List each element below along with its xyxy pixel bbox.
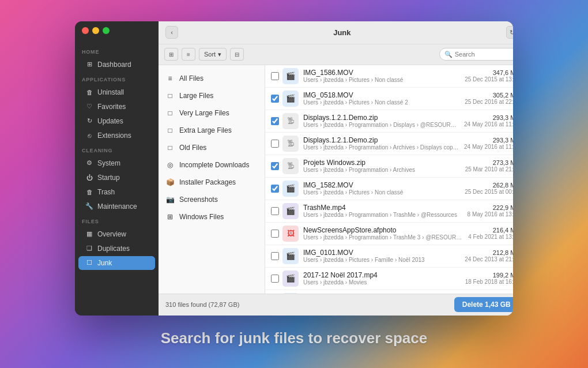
- category-label: Incomplete Downloads: [179, 161, 249, 169]
- sidebar-section-label: APPLICATIONS: [75, 72, 159, 85]
- category-item-incomplete[interactable]: ◎Incomplete Downloads: [159, 156, 265, 174]
- table-row: 🗜Displays.1.2.1.Demo.zipUsers › jbzedda …: [265, 110, 513, 133]
- file-checkbox[interactable]: [271, 275, 279, 283]
- startup-icon: ⏻: [85, 174, 93, 182]
- delete-button[interactable]: Delete 1,43 GB: [454, 297, 513, 312]
- file-checkbox[interactable]: [271, 72, 279, 80]
- file-checkbox[interactable]: [271, 162, 279, 170]
- file-checkbox[interactable]: [271, 140, 279, 148]
- file-path: Users › jbzedda › Pictures › Famille › N…: [303, 257, 460, 263]
- traffic-lights: [82, 27, 110, 34]
- file-meta: 293,3 MB24 May 2016 at 11:19: [464, 114, 513, 127]
- sidebar-item-overview[interactable]: ▦Overview: [78, 227, 155, 241]
- sidebar-item-updates[interactable]: ↻Updates: [78, 114, 155, 128]
- file-size: 305,2 MB: [465, 92, 513, 99]
- sidebar-item-label: Dashboard: [97, 61, 131, 69]
- file-type-icon: 🎬: [282, 91, 299, 107]
- file-path: Users › jbzedda › Pictures › Non classé …: [303, 99, 460, 106]
- sidebar-item-startup[interactable]: ⏻Startup: [78, 171, 155, 185]
- sidebar-item-label: Uninstall: [97, 88, 124, 96]
- category-item-extra-large[interactable]: □Extra Large Files: [159, 122, 265, 139]
- sort-button[interactable]: Sort ▾: [199, 48, 227, 61]
- category-item-large-files[interactable]: □Large Files: [159, 87, 265, 104]
- sidebar-item-label: Favorites: [97, 103, 126, 111]
- sidebar-item-duplicates[interactable]: ❑Duplicates: [78, 242, 155, 256]
- maximize-button[interactable]: [103, 27, 110, 34]
- sidebar-section-label: HOME: [75, 44, 159, 57]
- file-meta: 212,8 MB24 Dec 2013 at 21:06: [465, 249, 513, 262]
- category-item-installer[interactable]: 📦Installer Packages: [159, 174, 265, 191]
- overview-icon: ▦: [85, 230, 93, 238]
- file-date: 25 Dec 2016 at 22:45: [465, 99, 513, 105]
- title-bar: ‹ Junk ↻: [159, 21, 513, 44]
- category-item-screenshots[interactable]: 📷Screenshots: [159, 191, 265, 208]
- grid-view-button[interactable]: ⊞: [164, 48, 178, 61]
- file-date: 24 Dec 2013 at 21:06: [465, 256, 513, 262]
- file-name: Displays.1.2.1.Demo.zip: [303, 114, 459, 122]
- sidebar-item-uninstall[interactable]: 🗑Uninstall: [78, 85, 155, 99]
- sidebar-item-favorites[interactable]: ♡Favorites: [78, 100, 155, 114]
- file-meta: 273,3 MB25 Mar 2010 at 21:53: [465, 159, 513, 172]
- category-label: Very Large Files: [179, 109, 229, 117]
- file-meta: 293,3 MB24 May 2016 at 11:19: [464, 137, 513, 150]
- sidebar-item-label: Duplicates: [97, 245, 130, 253]
- file-checkbox[interactable]: [271, 230, 279, 238]
- file-info: IMG_1582.MOVUsers › jbzedda › Pictures ›…: [303, 181, 460, 196]
- file-checkbox[interactable]: [271, 252, 279, 260]
- file-checkbox[interactable]: [271, 185, 279, 193]
- table-row: 🗜Projets Windows.zipUsers › jbzedda › Pr…: [265, 155, 513, 178]
- file-name: NewScreensAppStore.afphoto: [303, 226, 463, 234]
- file-path: Users › jbzedda › Programmation › TrashM…: [303, 234, 463, 241]
- file-name: IMG_0518.MOV: [303, 91, 460, 99]
- minimize-button[interactable]: [92, 27, 99, 34]
- sidebar-item-trash[interactable]: 🗑Trash: [78, 185, 155, 199]
- sidebar-item-junk[interactable]: ☐Junk: [78, 256, 155, 270]
- file-checkbox[interactable]: [271, 117, 279, 125]
- file-info: IMG_1586.MOVUsers › jbzedda › Pictures ›…: [303, 69, 460, 83]
- search-box: 🔍: [439, 48, 513, 61]
- file-checkbox[interactable]: [271, 95, 279, 103]
- sidebar-section-label: CLEANING: [75, 143, 159, 156]
- category-item-old-files[interactable]: □Old Files: [159, 139, 265, 156]
- file-footer: 310 files found (72,87 GB) Delete 1,43 G…: [159, 294, 513, 316]
- category-label: Large Files: [179, 92, 213, 100]
- list-view-button[interactable]: ≡: [182, 48, 195, 61]
- sidebar-section-label: FILES: [75, 214, 159, 227]
- file-type-icon: 🎬: [282, 68, 299, 84]
- close-button[interactable]: [82, 27, 89, 34]
- file-info: IMG_0518.MOVUsers › jbzedda › Pictures ›…: [303, 91, 460, 106]
- file-date: 25 Dec 2015 at 00:04: [465, 189, 513, 195]
- file-size: 273,3 MB: [465, 159, 513, 166]
- table-row: 🖼NewScreensAppStore.afphotoUsers › jbzed…: [265, 223, 513, 245]
- file-checkbox[interactable]: [271, 207, 279, 215]
- sidebar-item-system[interactable]: ⚙System: [78, 156, 155, 170]
- category-item-all-files[interactable]: ≡All Files: [159, 70, 265, 87]
- file-size: 293,3 MB: [464, 114, 513, 121]
- back-button[interactable]: ‹: [165, 26, 178, 39]
- file-meta: 199,2 MB18 Feb 2018 at 16:38: [465, 272, 513, 285]
- file-info: IMG_0101.MOVUsers › jbzedda › Pictures ›…: [303, 249, 460, 263]
- file-type-icon: 🎬: [282, 181, 299, 197]
- file-info: NewScreensAppStore.afphotoUsers › jbzedd…: [303, 226, 463, 241]
- sidebar-item-maintenance[interactable]: 🔧Maintenance: [78, 200, 155, 213]
- file-type-icon: 🎬: [282, 271, 299, 287]
- sidebar-item-extensions[interactable]: ⎋Extensions: [78, 129, 155, 142]
- category-label: Extra Large Files: [179, 126, 232, 134]
- search-input[interactable]: [455, 51, 513, 58]
- file-path: Users › jbzedda › Programmation › Archiv…: [303, 144, 459, 151]
- refresh-button[interactable]: ↻: [506, 26, 513, 39]
- page-caption: Search for junk files to recover space: [161, 329, 427, 347]
- file-date: 8 May 2016 at 13:18: [468, 211, 513, 217]
- file-name: IMG_0101.MOV: [303, 249, 460, 257]
- sidebar-item-label: Maintenance: [97, 202, 137, 211]
- category-label: Old Files: [179, 144, 206, 152]
- columns-view-button[interactable]: ⊟: [230, 48, 244, 61]
- sort-arrow-icon: ▾: [218, 51, 221, 58]
- sidebar-item-dashboard[interactable]: ⊞Dashboard: [78, 58, 155, 72]
- file-meta: 262,8 MB25 Dec 2015 at 00:04: [465, 182, 513, 195]
- category-panel: ≡All Files□Large Files□Very Large Files□…: [159, 65, 265, 294]
- category-item-very-large[interactable]: □Very Large Files: [159, 104, 265, 122]
- category-item-windows[interactable]: ⊞Windows Files: [159, 208, 265, 226]
- dashboard-icon: ⊞: [85, 61, 93, 69]
- file-date: 18 Feb 2018 at 16:38: [465, 279, 513, 285]
